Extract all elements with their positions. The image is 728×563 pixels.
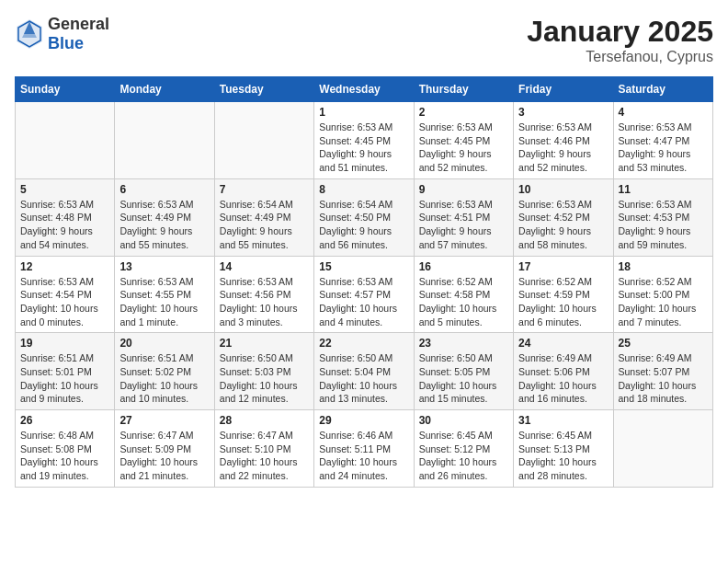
day-info: Sunrise: 6:45 AM Sunset: 5:13 PM Dayligh… (518, 429, 608, 483)
calendar-cell: 30Sunrise: 6:45 AM Sunset: 5:12 PM Dayli… (414, 410, 513, 488)
day-number: 30 (419, 414, 508, 427)
day-info: Sunrise: 6:53 AM Sunset: 4:57 PM Dayligh… (319, 275, 408, 329)
day-info: Sunrise: 6:51 AM Sunset: 5:02 PM Dayligh… (119, 351, 209, 406)
calendar-cell: 18Sunrise: 6:52 AM Sunset: 5:00 PM Dayli… (613, 256, 712, 333)
day-info: Sunrise: 6:53 AM Sunset: 4:45 PM Dayligh… (319, 121, 408, 175)
calendar-cell (613, 410, 712, 488)
day-number: 27 (119, 414, 209, 427)
day-number: 18 (619, 260, 708, 273)
calendar-cell: 21Sunrise: 6:50 AM Sunset: 5:03 PM Dayli… (214, 333, 313, 410)
calendar-cell: 23Sunrise: 6:50 AM Sunset: 5:05 PM Dayli… (414, 333, 513, 410)
day-info: Sunrise: 6:50 AM Sunset: 5:04 PM Dayligh… (319, 351, 408, 406)
day-info: Sunrise: 6:45 AM Sunset: 5:12 PM Dayligh… (419, 429, 508, 483)
week-row-2: 5Sunrise: 6:53 AM Sunset: 4:48 PM Daylig… (16, 178, 713, 256)
header-row: SundayMondayTuesdayWednesdayThursdayFrid… (16, 77, 713, 102)
calendar-cell: 16Sunrise: 6:52 AM Sunset: 4:58 PM Dayli… (414, 256, 513, 333)
page-header: General Blue January 2025 Tersefanou, Cy… (15, 15, 713, 65)
logo: General Blue (15, 15, 109, 53)
calendar-cell: 11Sunrise: 6:53 AM Sunset: 4:53 PM Dayli… (613, 178, 712, 256)
day-info: Sunrise: 6:47 AM Sunset: 5:09 PM Dayligh… (119, 429, 209, 483)
day-number: 15 (319, 260, 408, 273)
calendar-table: SundayMondayTuesdayWednesdayThursdayFrid… (15, 76, 713, 488)
calendar-cell: 19Sunrise: 6:51 AM Sunset: 5:01 PM Dayli… (16, 333, 115, 410)
col-header-monday: Monday (115, 77, 214, 102)
day-info: Sunrise: 6:54 AM Sunset: 4:49 PM Dayligh… (220, 198, 309, 252)
day-info: Sunrise: 6:53 AM Sunset: 4:53 PM Dayligh… (619, 198, 708, 252)
day-number: 22 (319, 337, 408, 350)
day-number: 10 (518, 183, 608, 196)
day-number: 3 (518, 106, 608, 119)
day-number: 20 (119, 337, 209, 350)
day-info: Sunrise: 6:48 AM Sunset: 5:08 PM Dayligh… (20, 429, 109, 483)
day-info: Sunrise: 6:52 AM Sunset: 4:59 PM Dayligh… (518, 275, 608, 329)
page-subtitle: Tersefanou, Cyprus (527, 49, 713, 65)
calendar-cell: 22Sunrise: 6:50 AM Sunset: 5:04 PM Dayli… (314, 333, 414, 410)
day-number: 24 (518, 337, 608, 350)
day-info: Sunrise: 6:53 AM Sunset: 4:49 PM Dayligh… (119, 198, 209, 252)
day-number: 7 (220, 183, 309, 196)
calendar-cell: 29Sunrise: 6:46 AM Sunset: 5:11 PM Dayli… (314, 410, 414, 488)
day-number: 8 (319, 183, 408, 196)
calendar-cell: 24Sunrise: 6:49 AM Sunset: 5:06 PM Dayli… (514, 333, 613, 410)
day-info: Sunrise: 6:53 AM Sunset: 4:46 PM Dayligh… (518, 121, 608, 175)
calendar-cell: 17Sunrise: 6:52 AM Sunset: 4:59 PM Dayli… (514, 256, 613, 333)
day-number: 9 (419, 183, 508, 196)
title-block: January 2025 Tersefanou, Cyprus (527, 15, 713, 65)
day-number: 19 (20, 337, 109, 350)
calendar-cell (115, 102, 214, 179)
day-number: 14 (220, 260, 309, 273)
calendar-cell: 5Sunrise: 6:53 AM Sunset: 4:48 PM Daylig… (16, 178, 115, 256)
day-number: 16 (419, 260, 508, 273)
day-info: Sunrise: 6:53 AM Sunset: 4:47 PM Dayligh… (619, 121, 708, 175)
day-info: Sunrise: 6:53 AM Sunset: 4:55 PM Dayligh… (119, 275, 209, 329)
calendar-cell: 2Sunrise: 6:53 AM Sunset: 4:45 PM Daylig… (414, 102, 513, 179)
calendar-cell: 25Sunrise: 6:49 AM Sunset: 5:07 PM Dayli… (613, 333, 712, 410)
calendar-cell (214, 102, 313, 179)
day-info: Sunrise: 6:54 AM Sunset: 4:50 PM Dayligh… (319, 198, 408, 252)
calendar-cell: 3Sunrise: 6:53 AM Sunset: 4:46 PM Daylig… (514, 102, 613, 179)
day-number: 25 (619, 337, 708, 350)
week-row-5: 26Sunrise: 6:48 AM Sunset: 5:08 PM Dayli… (16, 410, 713, 488)
day-info: Sunrise: 6:49 AM Sunset: 5:07 PM Dayligh… (619, 351, 708, 406)
page-title: January 2025 (527, 15, 713, 49)
day-info: Sunrise: 6:53 AM Sunset: 4:54 PM Dayligh… (20, 275, 109, 329)
week-row-3: 12Sunrise: 6:53 AM Sunset: 4:54 PM Dayli… (16, 256, 713, 333)
day-number: 13 (119, 260, 209, 273)
col-header-sunday: Sunday (16, 77, 115, 102)
calendar-cell: 20Sunrise: 6:51 AM Sunset: 5:02 PM Dayli… (115, 333, 214, 410)
col-header-thursday: Thursday (414, 77, 513, 102)
day-number: 23 (419, 337, 508, 350)
day-info: Sunrise: 6:53 AM Sunset: 4:52 PM Dayligh… (518, 198, 608, 252)
day-number: 4 (619, 106, 708, 119)
day-number: 17 (518, 260, 608, 273)
week-row-4: 19Sunrise: 6:51 AM Sunset: 5:01 PM Dayli… (16, 333, 713, 410)
calendar-cell: 12Sunrise: 6:53 AM Sunset: 4:54 PM Dayli… (16, 256, 115, 333)
day-number: 26 (20, 414, 109, 427)
day-number: 29 (319, 414, 408, 427)
day-number: 5 (20, 183, 109, 196)
day-number: 21 (220, 337, 309, 350)
calendar-cell: 7Sunrise: 6:54 AM Sunset: 4:49 PM Daylig… (214, 178, 313, 256)
day-info: Sunrise: 6:46 AM Sunset: 5:11 PM Dayligh… (319, 429, 408, 483)
day-number: 1 (319, 106, 408, 119)
calendar-cell: 15Sunrise: 6:53 AM Sunset: 4:57 PM Dayli… (314, 256, 414, 333)
calendar-cell: 14Sunrise: 6:53 AM Sunset: 4:56 PM Dayli… (214, 256, 313, 333)
day-info: Sunrise: 6:52 AM Sunset: 4:58 PM Dayligh… (419, 275, 508, 329)
day-info: Sunrise: 6:49 AM Sunset: 5:06 PM Dayligh… (518, 351, 608, 406)
calendar-cell: 1Sunrise: 6:53 AM Sunset: 4:45 PM Daylig… (314, 102, 414, 179)
logo-general-text: General (48, 15, 109, 34)
day-info: Sunrise: 6:47 AM Sunset: 5:10 PM Dayligh… (220, 429, 309, 483)
calendar-cell: 9Sunrise: 6:53 AM Sunset: 4:51 PM Daylig… (414, 178, 513, 256)
calendar-cell: 31Sunrise: 6:45 AM Sunset: 5:13 PM Dayli… (514, 410, 613, 488)
day-info: Sunrise: 6:50 AM Sunset: 5:03 PM Dayligh… (220, 351, 309, 406)
day-info: Sunrise: 6:53 AM Sunset: 4:48 PM Dayligh… (20, 198, 109, 252)
day-info: Sunrise: 6:52 AM Sunset: 5:00 PM Dayligh… (619, 275, 708, 329)
day-number: 11 (619, 183, 708, 196)
calendar-cell: 28Sunrise: 6:47 AM Sunset: 5:10 PM Dayli… (214, 410, 313, 488)
col-header-tuesday: Tuesday (214, 77, 313, 102)
calendar-cell: 6Sunrise: 6:53 AM Sunset: 4:49 PM Daylig… (115, 178, 214, 256)
calendar-cell: 13Sunrise: 6:53 AM Sunset: 4:55 PM Dayli… (115, 256, 214, 333)
day-info: Sunrise: 6:51 AM Sunset: 5:01 PM Dayligh… (20, 351, 109, 406)
day-number: 31 (518, 414, 608, 427)
col-header-friday: Friday (514, 77, 613, 102)
